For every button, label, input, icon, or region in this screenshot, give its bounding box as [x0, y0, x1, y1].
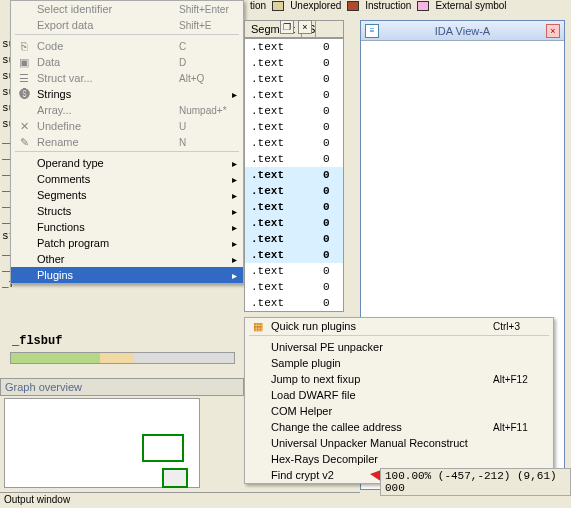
submenu-load-dwarf[interactable]: Load DWARF file [245, 387, 553, 403]
menu-patch-program[interactable]: Patch program [11, 235, 243, 251]
rename-icon: ✎ [15, 136, 33, 149]
segment-row[interactable]: .text0 [245, 199, 343, 215]
legend-prefix: tion [250, 0, 266, 11]
segment-row[interactable]: .text0 [245, 103, 343, 119]
segment-row[interactable]: .text0 [245, 151, 343, 167]
view-icon: ≡ [365, 24, 379, 38]
graph-overview-title: Graph overview [0, 378, 244, 396]
quickrun-icon: ▦ [249, 320, 267, 333]
segment-row[interactable]: .text0 [245, 215, 343, 231]
close-icon[interactable]: × [298, 20, 312, 34]
segment-row[interactable]: .text0 [245, 71, 343, 87]
legend-external: External symbol [435, 0, 506, 11]
submenu-hexrays[interactable]: Hex-Rays Decompiler [245, 451, 553, 467]
segment-row[interactable]: .text0 [245, 87, 343, 103]
segment-row[interactable]: .text0 [245, 295, 343, 311]
menu-export-data[interactable]: Export dataShift+E [11, 17, 243, 33]
restore-icon[interactable]: ❐ [280, 20, 294, 34]
menu-code[interactable]: ⎘CodeC [11, 38, 243, 54]
navigation-band[interactable] [10, 352, 235, 364]
separator [15, 34, 239, 37]
struct-icon: ☰ [15, 72, 33, 85]
legend-bar: tion Unexplored Instruction External sym… [250, 0, 507, 11]
mini-toolbar: ❐ × [280, 20, 312, 34]
swatch-instruction [347, 1, 359, 11]
swatch-external [417, 1, 429, 11]
graph-node[interactable] [162, 468, 188, 488]
menu-operand-type[interactable]: Operand type [11, 155, 243, 171]
submenu-sample[interactable]: Sample plugin [245, 355, 553, 371]
segment-row[interactable]: .text0 [245, 231, 343, 247]
code-icon: ⎘ [15, 40, 33, 52]
menu-rename[interactable]: ✎RenameN [11, 134, 243, 150]
segment-row[interactable]: .text0 [245, 167, 343, 183]
separator [15, 151, 239, 154]
close-icon[interactable]: × [546, 24, 560, 38]
menu-data[interactable]: ▣DataD [11, 54, 243, 70]
plugins-submenu: ▦Quick run pluginsCtrl+3 Universal PE un… [244, 317, 554, 484]
segment-row[interactable]: .text0 [245, 279, 343, 295]
segment-row[interactable]: .text0 [245, 39, 343, 55]
menu-structs[interactable]: Structs [11, 203, 243, 219]
submenu-universal-pe[interactable]: Universal PE unpacker [245, 339, 553, 355]
ida-view-titlebar[interactable]: ≡ IDA View-A × [361, 21, 564, 41]
segment-row[interactable]: .text0 [245, 119, 343, 135]
strings-icon: 🅢 [15, 88, 33, 100]
segment-row[interactable]: .text0 [245, 247, 343, 263]
submenu-quick-run[interactable]: ▦Quick run pluginsCtrl+3 [245, 318, 553, 334]
swatch-unexplored [272, 1, 284, 11]
menu-struct-var[interactable]: ☰Struct var...Alt+Q [11, 70, 243, 86]
legend-instruction: Instruction [365, 0, 411, 11]
legend-unexplored: Unexplored [290, 0, 341, 11]
menu-comments[interactable]: Comments [11, 171, 243, 187]
menu-strings[interactable]: 🅢Strings [11, 86, 243, 102]
menu-undefine[interactable]: ✕UndefineU [11, 118, 243, 134]
segment-row[interactable]: .text0 [245, 55, 343, 71]
graph-node[interactable] [142, 434, 184, 462]
undefine-icon: ✕ [15, 120, 33, 133]
menu-functions[interactable]: Functions [11, 219, 243, 235]
menu-other[interactable]: Other [11, 251, 243, 267]
output-window-title: Output window [0, 492, 360, 508]
submenu-unpacker-manual[interactable]: Universal Unpacker Manual Reconstruct [245, 435, 553, 451]
segments-list[interactable]: .text0.text0.text0.text0.text0.text0.tex… [244, 38, 344, 312]
menu-array[interactable]: Array...Numpad+* [11, 102, 243, 118]
context-menu: Select identifierShift+Enter Export data… [10, 0, 244, 284]
data-icon: ▣ [15, 56, 33, 69]
submenu-change-callee[interactable]: Change the callee addressAlt+F11 [245, 419, 553, 435]
ida-view-title: IDA View-A [385, 25, 540, 37]
segment-row[interactable]: .text0 [245, 135, 343, 151]
segment-row[interactable]: .text0 [245, 183, 343, 199]
status-bar: 100.00% (-457,-212) (9,61) 000 [380, 468, 571, 496]
menu-segments[interactable]: Segments [11, 187, 243, 203]
submenu-jump-fixup[interactable]: Jump to next fixupAlt+F12 [245, 371, 553, 387]
menu-select-identifier[interactable]: Select identifierShift+Enter [11, 1, 243, 17]
submenu-com-helper[interactable]: COM Helper [245, 403, 553, 419]
segment-row[interactable]: .text0 [245, 263, 343, 279]
menu-plugins[interactable]: Plugins [11, 267, 243, 283]
separator [249, 335, 549, 338]
underly-item: _flsbuf [12, 334, 62, 348]
